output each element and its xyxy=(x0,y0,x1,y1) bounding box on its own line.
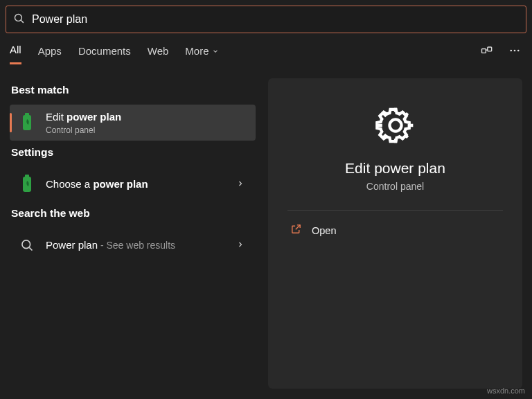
svg-rect-8 xyxy=(25,113,29,116)
battery-icon xyxy=(17,112,37,133)
tab-all[interactable]: All xyxy=(10,44,21,64)
divider xyxy=(287,210,503,211)
tab-documents[interactable]: Documents xyxy=(78,44,131,64)
search-input[interactable] xyxy=(32,13,519,26)
tab-apps[interactable]: Apps xyxy=(38,44,62,64)
section-settings: Settings xyxy=(11,146,256,159)
chevron-down-icon xyxy=(212,45,219,57)
detail-subtitle: Control panel xyxy=(366,181,424,192)
svg-point-5 xyxy=(514,50,516,52)
tab-more[interactable]: More xyxy=(185,44,218,64)
svg-rect-2 xyxy=(482,49,486,53)
watermark: wsxdn.com xyxy=(487,387,525,395)
svg-point-6 xyxy=(517,50,520,52)
result-title: Edit power plan xyxy=(46,110,249,124)
result-subtitle: Control panel xyxy=(46,125,249,135)
svg-point-4 xyxy=(510,50,512,52)
more-options-icon[interactable] xyxy=(507,43,522,58)
result-title: Choose a power plan xyxy=(46,177,236,191)
result-choose-power-plan[interactable]: Choose a power plan xyxy=(10,167,256,202)
content-area: Best match Edit power plan Control panel… xyxy=(0,66,532,389)
search-bar[interactable] xyxy=(6,6,526,33)
apps-view-icon[interactable] xyxy=(479,43,495,58)
section-best-match: Best match xyxy=(11,84,256,96)
section-search-web: Search the web xyxy=(11,207,256,220)
detail-panel: Edit power plan Control panel Open xyxy=(268,78,522,389)
filter-tabs: All Apps Documents Web More xyxy=(0,33,532,66)
result-edit-power-plan[interactable]: Edit power plan Control panel xyxy=(10,105,256,141)
svg-rect-3 xyxy=(488,47,492,51)
svg-line-1 xyxy=(21,20,24,23)
chevron-right-icon xyxy=(236,179,245,190)
open-icon xyxy=(290,223,302,238)
svg-point-13 xyxy=(389,119,401,131)
chevron-right-icon xyxy=(236,240,245,251)
open-label: Open xyxy=(312,225,336,236)
svg-rect-10 xyxy=(25,175,29,177)
tab-web[interactable]: Web xyxy=(148,44,169,64)
svg-point-11 xyxy=(22,240,30,248)
search-icon xyxy=(17,235,37,256)
results-column: Best match Edit power plan Control panel… xyxy=(10,78,256,389)
tab-more-label: More xyxy=(185,45,209,57)
svg-line-12 xyxy=(29,247,32,250)
result-web-power-plan[interactable]: Power plan - See web results xyxy=(10,228,256,263)
open-action[interactable]: Open xyxy=(287,216,503,245)
svg-point-0 xyxy=(15,14,21,21)
result-title: Power plan - See web results xyxy=(46,238,236,252)
detail-title: Edit power plan xyxy=(345,160,445,177)
battery-icon xyxy=(17,174,37,195)
search-icon xyxy=(13,12,25,27)
gear-icon xyxy=(373,103,418,148)
